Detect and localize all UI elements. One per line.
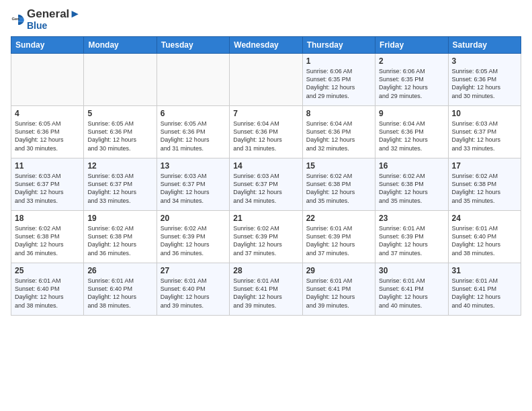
header: Gen General► Blue xyxy=(11,8,521,31)
weekday-header-tuesday: Tuesday xyxy=(157,37,229,54)
day-number: 4 xyxy=(15,109,80,118)
calendar-cell: 16Sunrise: 6:02 AM Sunset: 6:38 PM Dayli… xyxy=(375,158,448,211)
day-number: 3 xyxy=(452,56,517,66)
day-info: Sunrise: 6:05 AM Sunset: 6:36 PM Dayligh… xyxy=(87,120,152,152)
calendar-cell: 25Sunrise: 6:01 AM Sunset: 6:40 PM Dayli… xyxy=(11,263,84,316)
weekday-header-sunday: Sunday xyxy=(11,37,84,54)
day-number: 17 xyxy=(452,161,517,171)
day-info: Sunrise: 6:01 AM Sunset: 6:41 PM Dayligh… xyxy=(379,277,444,310)
logo-text: General► Blue xyxy=(27,8,81,31)
day-number: 13 xyxy=(161,161,226,171)
calendar-cell xyxy=(84,54,157,106)
calendar-table: SundayMondayTuesdayWednesdayThursdayFrid… xyxy=(11,36,521,316)
calendar-cell: 22Sunrise: 6:01 AM Sunset: 6:39 PM Dayli… xyxy=(302,211,375,263)
weekday-header-thursday: Thursday xyxy=(302,37,375,54)
week-row-4: 18Sunrise: 6:02 AM Sunset: 6:38 PM Dayli… xyxy=(11,211,521,263)
day-number: 5 xyxy=(87,109,152,118)
calendar-cell: 11Sunrise: 6:03 AM Sunset: 6:37 PM Dayli… xyxy=(11,158,84,211)
day-info: Sunrise: 6:04 AM Sunset: 6:36 PM Dayligh… xyxy=(233,120,298,152)
day-number: 9 xyxy=(379,109,444,118)
day-number: 1 xyxy=(306,56,371,66)
day-info: Sunrise: 6:03 AM Sunset: 6:37 PM Dayligh… xyxy=(233,172,298,205)
calendar-cell: 18Sunrise: 6:02 AM Sunset: 6:38 PM Dayli… xyxy=(11,211,84,263)
day-info: Sunrise: 6:04 AM Sunset: 6:36 PM Dayligh… xyxy=(379,120,444,152)
calendar-cell: 23Sunrise: 6:01 AM Sunset: 6:39 PM Dayli… xyxy=(375,211,448,263)
calendar-cell: 27Sunrise: 6:01 AM Sunset: 6:40 PM Dayli… xyxy=(157,263,229,316)
week-row-3: 11Sunrise: 6:03 AM Sunset: 6:37 PM Dayli… xyxy=(11,158,521,211)
day-info: Sunrise: 6:01 AM Sunset: 6:41 PM Dayligh… xyxy=(233,277,298,310)
day-info: Sunrise: 6:02 AM Sunset: 6:38 PM Dayligh… xyxy=(306,172,371,205)
calendar-cell: 8Sunrise: 6:04 AM Sunset: 6:36 PM Daylig… xyxy=(302,106,375,158)
day-info: Sunrise: 6:06 AM Sunset: 6:35 PM Dayligh… xyxy=(306,67,371,100)
calendar-cell: 10Sunrise: 6:03 AM Sunset: 6:37 PM Dayli… xyxy=(448,106,521,158)
calendar-cell: 6Sunrise: 6:05 AM Sunset: 6:36 PM Daylig… xyxy=(157,106,229,158)
day-info: Sunrise: 6:01 AM Sunset: 6:39 PM Dayligh… xyxy=(306,224,371,257)
day-info: Sunrise: 6:03 AM Sunset: 6:37 PM Dayligh… xyxy=(87,172,152,205)
day-number: 29 xyxy=(306,266,371,275)
day-number: 15 xyxy=(306,161,371,171)
logo-icon: Gen xyxy=(11,12,26,27)
calendar-cell xyxy=(230,54,302,106)
weekday-header-friday: Friday xyxy=(375,37,448,54)
svg-text:Gen: Gen xyxy=(11,17,19,21)
calendar-cell: 30Sunrise: 6:01 AM Sunset: 6:41 PM Dayli… xyxy=(375,263,448,316)
day-info: Sunrise: 6:01 AM Sunset: 6:41 PM Dayligh… xyxy=(306,277,371,310)
day-info: Sunrise: 6:03 AM Sunset: 6:37 PM Dayligh… xyxy=(161,172,226,205)
day-number: 27 xyxy=(161,266,226,275)
day-number: 2 xyxy=(379,56,444,66)
day-info: Sunrise: 6:03 AM Sunset: 6:37 PM Dayligh… xyxy=(452,120,517,152)
calendar-cell: 12Sunrise: 6:03 AM Sunset: 6:37 PM Dayli… xyxy=(84,158,157,211)
weekday-header-row: SundayMondayTuesdayWednesdayThursdayFrid… xyxy=(11,37,521,54)
day-number: 18 xyxy=(15,214,80,223)
day-number: 25 xyxy=(15,266,80,275)
page: Gen General► Blue SundayMondayTuesdayWed… xyxy=(0,0,532,322)
day-info: Sunrise: 6:05 AM Sunset: 6:36 PM Dayligh… xyxy=(452,67,517,100)
day-number: 11 xyxy=(15,161,80,171)
weekday-header-wednesday: Wednesday xyxy=(230,37,302,54)
calendar-cell: 28Sunrise: 6:01 AM Sunset: 6:41 PM Dayli… xyxy=(230,263,302,316)
week-row-5: 25Sunrise: 6:01 AM Sunset: 6:40 PM Dayli… xyxy=(11,263,521,316)
calendar-cell: 31Sunrise: 6:01 AM Sunset: 6:41 PM Dayli… xyxy=(448,263,521,316)
calendar-cell: 20Sunrise: 6:02 AM Sunset: 6:39 PM Dayli… xyxy=(157,211,229,263)
day-info: Sunrise: 6:01 AM Sunset: 6:40 PM Dayligh… xyxy=(15,277,80,310)
calendar-cell: 9Sunrise: 6:04 AM Sunset: 6:36 PM Daylig… xyxy=(375,106,448,158)
week-row-2: 4Sunrise: 6:05 AM Sunset: 6:36 PM Daylig… xyxy=(11,106,521,158)
day-info: Sunrise: 6:01 AM Sunset: 6:39 PM Dayligh… xyxy=(379,224,444,257)
day-info: Sunrise: 6:02 AM Sunset: 6:38 PM Dayligh… xyxy=(379,172,444,205)
day-info: Sunrise: 6:02 AM Sunset: 6:39 PM Dayligh… xyxy=(233,224,298,257)
day-number: 23 xyxy=(379,214,444,223)
day-info: Sunrise: 6:02 AM Sunset: 6:38 PM Dayligh… xyxy=(15,224,80,257)
calendar-cell: 1Sunrise: 6:06 AM Sunset: 6:35 PM Daylig… xyxy=(302,54,375,106)
calendar-cell: 5Sunrise: 6:05 AM Sunset: 6:36 PM Daylig… xyxy=(84,106,157,158)
weekday-header-monday: Monday xyxy=(84,37,157,54)
day-info: Sunrise: 6:03 AM Sunset: 6:37 PM Dayligh… xyxy=(15,172,80,205)
day-info: Sunrise: 6:02 AM Sunset: 6:38 PM Dayligh… xyxy=(452,172,517,205)
day-info: Sunrise: 6:02 AM Sunset: 6:38 PM Dayligh… xyxy=(87,224,152,257)
calendar-cell: 19Sunrise: 6:02 AM Sunset: 6:38 PM Dayli… xyxy=(84,211,157,263)
calendar-cell: 17Sunrise: 6:02 AM Sunset: 6:38 PM Dayli… xyxy=(448,158,521,211)
day-info: Sunrise: 6:01 AM Sunset: 6:40 PM Dayligh… xyxy=(161,277,226,310)
day-number: 26 xyxy=(87,266,152,275)
day-number: 30 xyxy=(379,266,444,275)
day-info: Sunrise: 6:05 AM Sunset: 6:36 PM Dayligh… xyxy=(15,120,80,152)
calendar-cell: 13Sunrise: 6:03 AM Sunset: 6:37 PM Dayli… xyxy=(157,158,229,211)
day-info: Sunrise: 6:04 AM Sunset: 6:36 PM Dayligh… xyxy=(306,120,371,152)
day-info: Sunrise: 6:01 AM Sunset: 6:40 PM Dayligh… xyxy=(87,277,152,310)
day-number: 8 xyxy=(306,109,371,118)
day-number: 24 xyxy=(452,214,517,223)
day-number: 6 xyxy=(161,109,226,118)
calendar-cell: 4Sunrise: 6:05 AM Sunset: 6:36 PM Daylig… xyxy=(11,106,84,158)
calendar-cell: 7Sunrise: 6:04 AM Sunset: 6:36 PM Daylig… xyxy=(230,106,302,158)
calendar-cell: 2Sunrise: 6:06 AM Sunset: 6:35 PM Daylig… xyxy=(375,54,448,106)
day-info: Sunrise: 6:02 AM Sunset: 6:39 PM Dayligh… xyxy=(161,224,226,257)
day-info: Sunrise: 6:05 AM Sunset: 6:36 PM Dayligh… xyxy=(161,120,226,152)
calendar-cell: 15Sunrise: 6:02 AM Sunset: 6:38 PM Dayli… xyxy=(302,158,375,211)
day-number: 7 xyxy=(233,109,298,118)
calendar-cell: 3Sunrise: 6:05 AM Sunset: 6:36 PM Daylig… xyxy=(448,54,521,106)
logo: Gen General► Blue xyxy=(11,8,81,31)
calendar-cell: 14Sunrise: 6:03 AM Sunset: 6:37 PM Dayli… xyxy=(230,158,302,211)
calendar-cell: 24Sunrise: 6:01 AM Sunset: 6:40 PM Dayli… xyxy=(448,211,521,263)
day-number: 21 xyxy=(233,214,298,223)
calendar-cell: 21Sunrise: 6:02 AM Sunset: 6:39 PM Dayli… xyxy=(230,211,302,263)
day-number: 22 xyxy=(306,214,371,223)
